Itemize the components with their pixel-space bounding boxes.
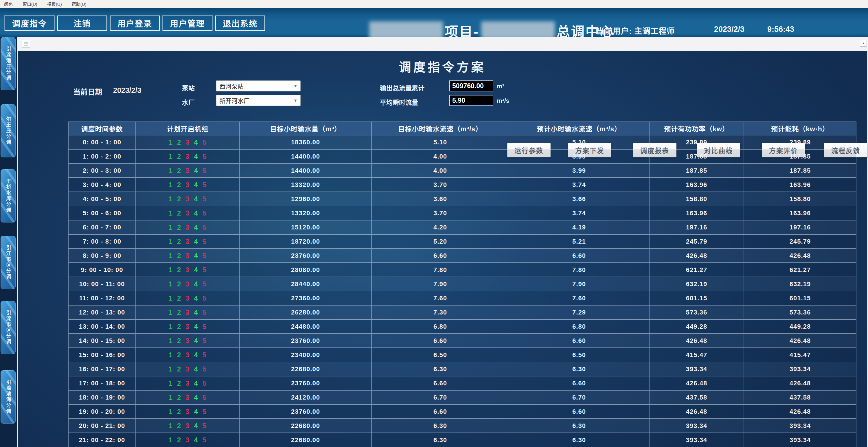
- sidebar-tab-6[interactable]: 引滦滨海分调: [1, 370, 16, 423]
- menu-item-4[interactable]: 帮助(U): [72, 1, 87, 7]
- table-row[interactable]: 3: 00 - 4: 001234513320.003.703.74163.96…: [69, 178, 856, 192]
- menu-item-2[interactable]: 窗口(U): [23, 1, 37, 7]
- table-cell: 187.85: [650, 150, 744, 163]
- table-cell: 23760.00: [240, 405, 372, 418]
- table-cell: 7.60: [372, 291, 509, 305]
- unit-digit: 5: [203, 280, 207, 288]
- child-window-icon[interactable]: [22, 40, 30, 48]
- table-cell: 3.60: [372, 192, 509, 206]
- table-cell: 393.34: [744, 362, 856, 376]
- table-cell: 393.34: [744, 433, 856, 447]
- unit-status-cell: 12345: [136, 249, 240, 262]
- sidebar-tab-3[interactable]: 于桥水库分调: [1, 169, 16, 222]
- unit-digit: 3: [185, 337, 189, 345]
- unit-digit: 3: [185, 294, 189, 302]
- table-cell: 21: 00 - 22: 00: [69, 433, 136, 447]
- table-cell: 7.60: [509, 291, 650, 305]
- unit-digit: 3: [185, 351, 189, 359]
- unit-digit: 3: [185, 237, 189, 246]
- nav-button-5[interactable]: 退出系统: [215, 15, 265, 31]
- current-date-value: 2023/2/3: [113, 86, 141, 95]
- table-cell: 449.28: [650, 320, 744, 333]
- table-header-cell-5: 预计小时输水流速（m³/s）: [509, 122, 650, 135]
- table-row[interactable]: 1: 00 - 2: 001234514400.004.003.99187.85…: [69, 150, 856, 164]
- table-row[interactable]: 14: 00 - 15: 001234523760.006.606.60426.…: [69, 334, 856, 348]
- unit-digit: 2: [177, 252, 181, 260]
- unit-digit: 3: [185, 223, 189, 231]
- dispatch-table: 调度时间参数计划开启机组目标小时输水量（m³）目标小时输水流速（m³/s）预计小…: [68, 122, 857, 447]
- table-cell: 187.85: [744, 164, 856, 178]
- table-row[interactable]: 5: 00 - 6: 001234513320.003.703.74163.96…: [69, 206, 856, 220]
- plant-select[interactable]: 新开河水厂 ▼: [216, 95, 301, 106]
- unit-digit: 2: [177, 209, 181, 217]
- pump-station-select[interactable]: 西河泵站 ▼: [216, 81, 301, 91]
- table-cell: 426.48: [744, 405, 856, 418]
- sidebar-tab-label: 引滦潘庄分调: [6, 46, 11, 81]
- scroll-up-button[interactable]: ▲: [860, 40, 867, 46]
- unit-digit: 4: [194, 323, 198, 331]
- unit-digit: 5: [203, 309, 207, 317]
- unit-status-cell: 12345: [136, 320, 240, 333]
- table-row[interactable]: 17: 00 - 18: 001234523760.006.606.60426.…: [69, 376, 856, 391]
- total-flow-unit: m³: [497, 83, 504, 90]
- unit-digit: 1: [169, 393, 173, 402]
- table-cell: 197.16: [650, 220, 744, 234]
- unit-digit: 3: [185, 209, 189, 217]
- nav-button-1[interactable]: 调度指令: [5, 15, 54, 31]
- total-flow-input[interactable]: 509760.00: [450, 81, 493, 91]
- sidebar-tab-1[interactable]: 引滦潘庄分调: [1, 37, 16, 90]
- unit-digit: 2: [177, 294, 181, 302]
- unit-digit: 1: [169, 280, 173, 288]
- table-cell: 26280.00: [240, 306, 372, 319]
- sidebar-tab-5[interactable]: 引滦市区分调: [1, 301, 16, 354]
- sidebar-tab-label: 引滦市区分调: [6, 310, 11, 345]
- nav-button-3[interactable]: 用户登录: [110, 15, 160, 31]
- table-cell: 7.90: [372, 277, 509, 291]
- table-cell: 6.60: [509, 376, 650, 390]
- unit-digit: 4: [194, 153, 198, 161]
- nav-button-4[interactable]: 用户管理: [163, 15, 212, 31]
- table-row[interactable]: 13: 00 - 14: 001234524480.006.806.80449.…: [69, 320, 856, 334]
- table-cell: 426.48: [650, 334, 744, 348]
- table-row[interactable]: 8: 00 - 9: 001234523760.006.606.60426.48…: [69, 249, 856, 263]
- table-row[interactable]: 19: 00 - 20: 001234523760.006.606.60426.…: [69, 405, 856, 419]
- table-header-cell-2: 计划开启机组: [136, 122, 240, 135]
- unit-digit: 5: [203, 436, 207, 444]
- nav-button-2[interactable]: 注销: [57, 15, 107, 31]
- redacted-block-1: [369, 22, 443, 39]
- table-row[interactable]: 12: 00 - 13: 001234526280.007.307.29573.…: [69, 306, 856, 320]
- table-row[interactable]: 15: 00 - 16: 001234523400.006.506.50415.…: [69, 348, 856, 362]
- table-row[interactable]: 0: 00 - 1: 001234518360.005.105.10239.89…: [69, 135, 856, 150]
- sidebar-tab-4[interactable]: 引江市区分调: [1, 236, 16, 289]
- table-cell: 22680.00: [240, 362, 372, 376]
- table-row[interactable]: 6: 00 - 7: 001234515120.004.204.19197.16…: [69, 220, 856, 235]
- table-row[interactable]: 18: 00 - 19: 001234524120.006.706.70437.…: [69, 391, 856, 405]
- unit-digit: 5: [203, 252, 207, 260]
- table-cell: 3.74: [509, 178, 650, 192]
- table-cell: 14: 00 - 15: 00: [69, 334, 136, 348]
- unit-digit: 2: [177, 323, 181, 331]
- sidebar-tab-2[interactable]: 尔王庄分调: [1, 104, 16, 157]
- menu-item-3[interactable]: 模板(U): [47, 1, 62, 7]
- table-row[interactable]: 2: 00 - 3: 001234514400.004.003.99187.85…: [69, 164, 856, 178]
- table-row[interactable]: 9: 00 - 10: 001234528080.007.807.80621.2…: [69, 263, 856, 277]
- current-time: 9:56:43: [767, 25, 794, 34]
- table-row[interactable]: 4: 00 - 5: 001234512960.003.603.66158.80…: [69, 192, 856, 206]
- unit-digit: 4: [194, 309, 198, 317]
- table-row[interactable]: 16: 00 - 17: 001234522680.006.306.30393.…: [69, 362, 856, 376]
- unit-digit: 3: [185, 167, 189, 175]
- menu-item-1[interactable]: 颜色: [4, 1, 13, 7]
- table-row[interactable]: 20: 00 - 21: 001234522680.006.306.30393.…: [69, 419, 856, 433]
- unit-digit: 5: [203, 393, 207, 402]
- table-cell: 7.80: [372, 263, 509, 277]
- unit-digit: 2: [177, 167, 181, 175]
- current-user-label: 当前用户: 主调工程师: [597, 25, 675, 36]
- table-row[interactable]: 10: 00 - 11: 001234528440.007.907.90632.…: [69, 277, 856, 291]
- table-row[interactable]: 21: 00 - 22: 001234522680.006.306.30393.…: [69, 433, 856, 447]
- redacted-block-2: [481, 22, 555, 39]
- table-row[interactable]: 7: 00 - 8: 001234518720.005.205.21245.79…: [69, 235, 856, 249]
- unit-digit: 4: [194, 209, 198, 217]
- unit-digit: 2: [177, 195, 181, 203]
- avg-flow-input[interactable]: 5.90: [450, 95, 493, 106]
- table-row[interactable]: 11: 00 - 12: 001234527360.007.607.60601.…: [69, 291, 856, 306]
